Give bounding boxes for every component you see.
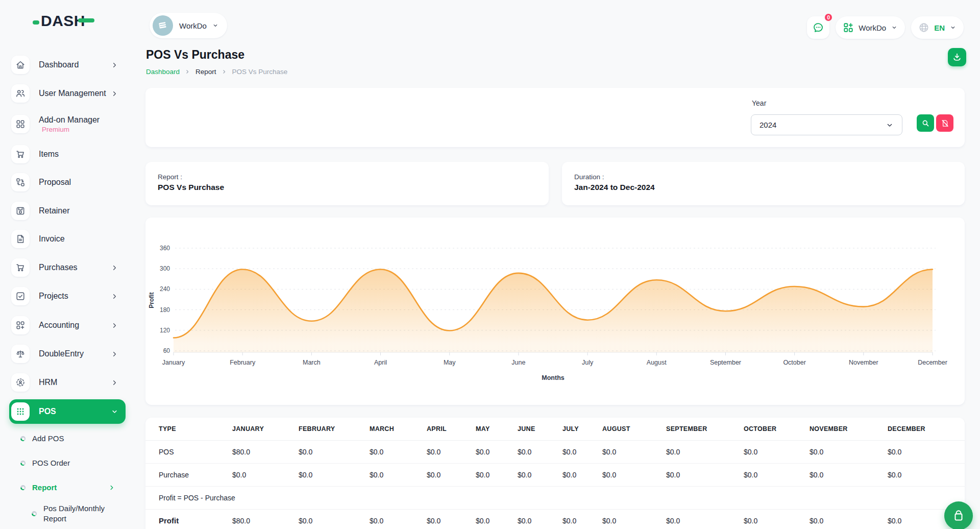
brand-logo[interactable]: DASH xyxy=(33,13,94,29)
globe-icon xyxy=(918,22,929,33)
cell-value: $0.0 xyxy=(602,463,666,486)
page-title: POS Vs Purchase xyxy=(146,48,244,62)
workspace-avatar xyxy=(153,15,173,36)
svg-text:September: September xyxy=(710,359,741,366)
logo-accent-right xyxy=(78,18,94,22)
table-col-july: JULY xyxy=(562,418,602,440)
cell-value: $0.0 xyxy=(427,509,476,529)
messages-button[interactable]: 0 xyxy=(807,16,829,39)
search-button[interactable] xyxy=(917,114,934,132)
cell-value: $0.0 xyxy=(666,463,744,486)
cell-value: $0.0 xyxy=(602,440,666,463)
chevron-right-icon xyxy=(111,90,118,98)
year-label: Year xyxy=(752,99,766,107)
cell-value: $0.0 xyxy=(427,463,476,486)
sidebar-item-add-on-manager[interactable]: Add-on ManagerPremium xyxy=(9,111,126,137)
chevron-down-icon xyxy=(949,24,957,31)
sidebar-item-retainer[interactable]: Retainer xyxy=(9,200,126,222)
language-label: EN xyxy=(934,23,945,32)
cell-value: $0.0 xyxy=(744,440,810,463)
table-col-september: SEPTEMBER xyxy=(666,418,744,440)
sidebar-subitem-add-pos[interactable]: Add POS xyxy=(20,430,117,447)
language-switcher[interactable]: EN xyxy=(911,16,964,39)
svg-text:February: February xyxy=(230,359,256,366)
sidebar-subitem-label: POS Order xyxy=(32,458,70,468)
sidebar-item-accounting[interactable]: Accounting xyxy=(9,314,126,336)
cell-value: $0.0 xyxy=(518,440,562,463)
sidebar-item-proposal[interactable]: Proposal xyxy=(9,171,126,194)
table-col-april: APRIL xyxy=(427,418,476,440)
sidebar-item-label: Retainer xyxy=(39,206,69,215)
chevron-down-icon xyxy=(891,24,898,31)
chevron-down-icon xyxy=(111,408,118,416)
sidebar-item-hrm[interactable]: HRM xyxy=(9,371,126,394)
chevron-right-icon xyxy=(185,69,190,75)
report-summary-card: Report : POS Vs Purchase xyxy=(145,162,549,205)
chevron-down-icon xyxy=(886,121,894,129)
year-select[interactable]: 2024 xyxy=(751,114,902,135)
sidebar-item-items[interactable]: Items xyxy=(9,143,126,165)
report-table: TYPEJANUARYFEBRUARYMARCHAPRILMAYJUNEJULY… xyxy=(145,418,965,529)
workspace-switcher[interactable]: WorkDo xyxy=(150,13,227,38)
table-col-november: NOVEMBER xyxy=(810,418,888,440)
file-slash-icon xyxy=(941,119,949,128)
chevron-down-icon xyxy=(212,22,219,29)
report-table-card: TYPEJANUARYFEBRUARYMARCHAPRILMAYJUNEJULY… xyxy=(145,418,965,529)
sidebar-subitem-pos-order[interactable]: POS Order xyxy=(20,455,117,471)
sidebar-item-projects[interactable]: Projects xyxy=(9,285,126,307)
sidebar-subitem-report[interactable]: Report xyxy=(20,479,117,496)
workflow-icon xyxy=(11,173,30,191)
sidebar-item-label: Dashboard xyxy=(39,60,79,69)
dots-grid-icon xyxy=(11,402,30,421)
sidebar-subitem-label: Report xyxy=(32,483,57,493)
cell-value: $0.0 xyxy=(299,440,370,463)
breadcrumb-report[interactable]: Report xyxy=(195,68,216,76)
cell-value: $0.0 xyxy=(744,509,810,529)
pos-cart-fab[interactable] xyxy=(944,501,973,529)
grid-plus-icon xyxy=(843,22,854,33)
chat-icon xyxy=(812,21,824,34)
sidebar-item-pos[interactable]: POS xyxy=(9,399,126,424)
breadcrumb-current: POS Vs Purchase xyxy=(232,68,288,76)
sidebar-item-label: Purchases xyxy=(39,263,78,272)
table-col-february: FEBRUARY xyxy=(299,418,370,440)
table-col-october: OCTOBER xyxy=(744,418,810,440)
cell-value: $0.0 xyxy=(370,509,427,529)
sidebar-item-doubleentry[interactable]: DoubleEntry xyxy=(9,343,126,365)
svg-text:August: August xyxy=(647,359,667,366)
breadcrumb-dashboard[interactable]: Dashboard xyxy=(146,68,180,76)
sidebar-item-purchases[interactable]: Purchases xyxy=(9,256,126,279)
report-label: Report : xyxy=(158,173,536,181)
table-col-june: JUNE xyxy=(518,418,562,440)
row-label: Profit xyxy=(145,509,232,529)
reset-button[interactable] xyxy=(936,114,953,132)
svg-text:60: 60 xyxy=(163,347,170,354)
sidebar-item-dashboard[interactable]: Dashboard xyxy=(9,54,126,76)
sidebar-subitem-label: Pos Daily/Monthly Report xyxy=(43,503,120,524)
app-menu-label: WorkDo xyxy=(859,23,886,32)
table-row-purchase: Purchase$0.0$0.0$0.0$0.0$0.0$0.0$0.0$0.0… xyxy=(145,463,965,486)
svg-text:July: July xyxy=(582,359,594,366)
cell-value: $0.0 xyxy=(370,463,427,486)
chevron-right-icon xyxy=(111,61,118,69)
profit-chart: 60120180240300360JanuaryFebruaryMarchApr… xyxy=(145,218,965,405)
cell-value: $0.0 xyxy=(666,509,744,529)
profit-formula-note: Profit = POS - Purchase xyxy=(145,486,965,509)
year-select-value: 2024 xyxy=(760,121,776,129)
sidebar-item-label: POS xyxy=(39,407,56,416)
app-menu-button[interactable]: WorkDo xyxy=(836,16,905,39)
svg-text:May: May xyxy=(444,359,456,366)
row-label: Purchase xyxy=(145,463,232,486)
svg-text:Profit: Profit xyxy=(148,292,155,308)
sidebar-subitem-pos-daily-monthly-report[interactable]: Pos Daily/Monthly Report xyxy=(32,502,129,525)
cell-value: $0.0 xyxy=(427,440,476,463)
document-icon xyxy=(11,230,30,248)
svg-text:November: November xyxy=(849,359,878,366)
sidebar-item-user-management[interactable]: User Management xyxy=(9,82,126,105)
sidebar-item-invoice[interactable]: Invoice xyxy=(9,228,126,250)
save-icon xyxy=(11,202,30,220)
cell-value: $0.0 xyxy=(562,463,602,486)
download-button[interactable] xyxy=(948,48,966,66)
chevron-right-icon xyxy=(111,322,118,329)
chevron-right-icon xyxy=(111,379,118,387)
